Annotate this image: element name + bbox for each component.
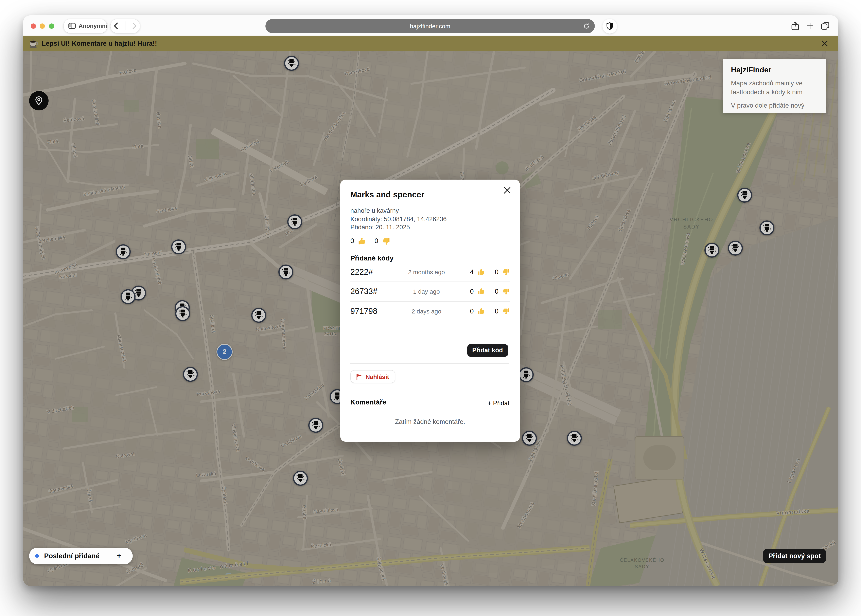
svg-text:VRCHLICKÉHO: VRCHLICKÉHO — [670, 217, 713, 222]
svg-text:ZAHR: ZAHR — [324, 332, 337, 336]
svg-text:ČELAKOVSKÉHO: ČELAKOVSKÉHO — [620, 557, 664, 563]
svg-text:SADY: SADY — [683, 224, 700, 229]
svg-text:Zlatá: Zlatá — [47, 138, 59, 145]
svg-text:SADY: SADY — [634, 564, 649, 569]
svg-text:Zlatá: Zlatá — [132, 143, 144, 149]
